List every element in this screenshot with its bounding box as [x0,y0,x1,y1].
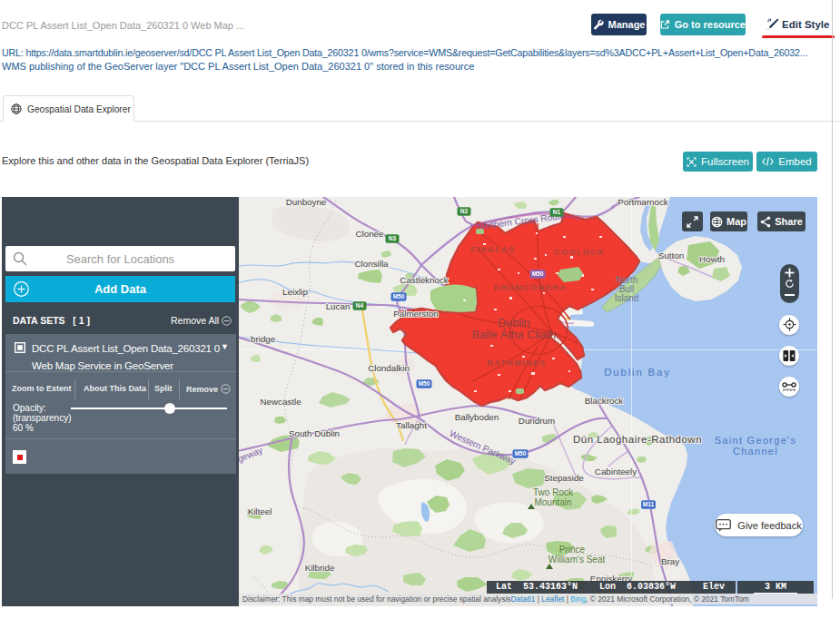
svg-text:COOLOCK: COOLOCK [554,248,605,257]
svg-text:RATHMINES: RATHMINES [487,359,546,368]
svg-text:Channel: Channel [733,446,778,457]
svg-text:Clondalkin: Clondalkin [368,363,410,373]
svg-text:Portmarnock: Portmarnock [618,197,668,207]
svg-text:Clonee: Clonee [355,229,384,239]
svg-text:Ballyboden: Ballyboden [455,412,499,422]
svg-text:Prince: Prince [559,545,586,555]
svg-text:FINGLAS: FINGLAS [470,245,515,254]
svg-text:M11: M11 [643,501,655,507]
svg-text:Dún Laoghaire-Rathdown: Dún Laoghaire-Rathdown [573,434,702,445]
svg-text:N2: N2 [460,208,469,214]
svg-text:Saint George's: Saint George's [715,435,797,446]
svg-text:Baile Átha Cliath: Baile Átha Cliath [472,328,556,341]
svg-text:Dundrum: Dundrum [519,416,555,426]
svg-text:DRUMCONDRA: DRUMCONDRA [494,283,568,292]
svg-text:Palmerston: Palmerston [393,309,439,319]
svg-text:Dunboyne: Dunboyne [286,197,327,207]
svg-text:Newcastle: Newcastle [260,397,301,407]
svg-text:Two Rock: Two Rock [533,487,574,497]
svg-text:Bray: Bray [661,556,679,566]
svg-text:Leixlip: Leixlip [282,287,308,297]
svg-text:Mountain: Mountain [534,497,571,507]
svg-text:Castleknock: Castleknock [400,275,448,285]
svg-text:Island: Island [615,293,639,303]
svg-text:Dublin Bay: Dublin Bay [604,367,671,378]
svg-text:Clonsilla: Clonsilla [354,259,389,269]
svg-text:M50: M50 [419,380,430,387]
svg-text:N4: N4 [356,302,364,309]
svg-text:M50: M50 [515,450,527,457]
svg-text:N1: N1 [553,209,561,215]
svg-text:Kilbride: Kilbride [305,563,335,573]
svg-text:Lucan: Lucan [326,301,351,311]
svg-text:M50: M50 [532,270,544,277]
svg-text:bridge: bridge [251,334,276,344]
svg-text:Sutton: Sutton [658,251,684,260]
svg-text:William's Seat: William's Seat [548,555,606,565]
svg-text:Kilteel: Kilteel [248,506,272,516]
svg-text:Howth: Howth [699,254,725,264]
svg-text:Tallaght: Tallaght [396,420,427,430]
svg-text:Dublin: Dublin [498,317,529,329]
svg-text:Cabinteely: Cabinteely [595,467,637,477]
svg-text:M50: M50 [393,293,405,300]
svg-text:Blackrock: Blackrock [585,396,624,406]
svg-text:N3: N3 [389,235,397,241]
svg-text:South Dublin: South Dublin [289,428,340,438]
svg-text:Stepaside: Stepaside [544,473,584,483]
